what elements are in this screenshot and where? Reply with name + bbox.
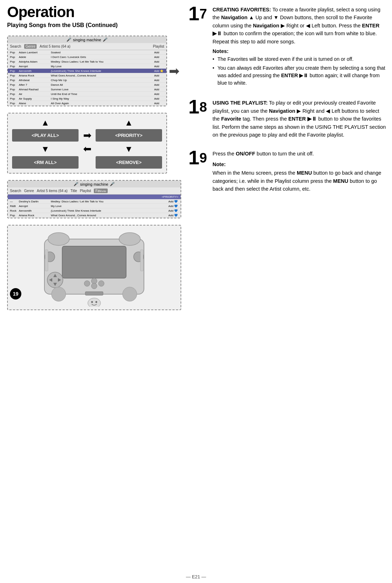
step-17-block: 17 CREATING FAVORITES: To create a favor… [188, 4, 387, 88]
menu-text-1: MENU [297, 170, 312, 176]
table-row: PopAdam LambertSoakedAdd [8, 50, 166, 55]
favorite-text: Favorite [221, 116, 241, 122]
step-17-title: CREATING FAVORITES: [213, 7, 271, 12]
device-illustration-panel: 19 [7, 225, 181, 310]
panel2-controls: ▲ ▲ <PLAY ALL> ➡ <PRIORITY> ▼ ⬅ ▼ <RM AL… [7, 113, 167, 174]
left-column: Operation Playing Songs from the USB (Co… [7, 4, 181, 317]
table-row: PopAlaneAll Over AgainAdd [8, 101, 166, 106]
svg-point-15 [52, 287, 66, 301]
arrow-down-left-icon: ▼ [12, 144, 79, 154]
panel1-header-text: singing machine [73, 38, 101, 42]
svg-point-21 [91, 301, 93, 303]
mic-icon-3: 🎤 [74, 182, 79, 186]
step-17-number: 17 [188, 4, 213, 23]
panel3-searchbar: Search Genre Artist 5 items (64 a) Title… [8, 187, 181, 195]
panel3-wrapper: 🎤 singing machine 🎤 Search Genre Artist … [7, 180, 181, 218]
page-title: Operation [7, 4, 181, 21]
note-text: When in the Menu screen, press the MENU … [213, 169, 387, 193]
step-18-text: USING THE PLAYLIST: To play or edit your… [213, 99, 387, 139]
panel2-wrapper: ▲ ▲ <PLAY ALL> ➡ <PRIORITY> ▼ ⬅ ▼ <RM AL… [7, 113, 181, 174]
tab-title-3[interactable]: Title [70, 189, 77, 193]
panel3-favorite-list: 🎤 singing machine 🎤 Search Genre Artist … [7, 180, 181, 218]
play-all-button[interactable]: <PLAY ALL> [12, 129, 79, 142]
onoff-text: ON/OFF [236, 151, 255, 157]
tab-search[interactable]: Search [10, 44, 21, 48]
table-row: PopAdolpha AdamMedley: Disco Ladies / Le… [8, 59, 166, 64]
table-row: PopAfter 7Dance AllAdd [8, 83, 166, 87]
middle-arrow-left-icon: ⬅ [80, 143, 94, 155]
table-row-highlighted: PopAerosmith(Lovestruck) Think She Knows… [8, 69, 166, 73]
tab-genre[interactable]: Genre [24, 44, 37, 49]
table-row: R&BAerojetMy LoveAdd💙 [8, 204, 181, 208]
panel1-arrow-area: ➡ [167, 36, 181, 106]
mic-icon-4: 🎤 [110, 182, 115, 186]
device-svg [23, 228, 165, 307]
panel1-header: 🎤 singing machine 🎤 [8, 36, 166, 43]
priority-tag: <PRIORITY> [8, 195, 181, 199]
arrow-up-right-icon: ▲ [96, 118, 162, 128]
svg-point-22 [96, 301, 97, 303]
arrow-right-icon: ➡ [169, 64, 179, 79]
fav-song-table: —Destiny's DarlinMedley: Disco Ladies / … [8, 199, 181, 218]
svg-point-16 [123, 287, 137, 301]
rm-all-button[interactable]: <RM ALL> [12, 156, 79, 169]
middle-arrow-right-icon: ➡ [80, 129, 94, 141]
step-18-content: USING THE PLAYLIST: To play or edit your… [213, 99, 387, 139]
table-row: PopAir SupplyI Sing My WayAdd [8, 96, 166, 101]
step-19-block: 19 Press the ON/OFF button to turn the u… [188, 148, 387, 193]
arrow-down-right-icon: ▼ [96, 144, 162, 154]
enter-text-1: ENTER ▶⏸ [213, 23, 380, 36]
step-19-note: Note: When in the Menu screen, press the… [213, 161, 387, 193]
arrow-up-left-icon: ▲ [12, 118, 79, 128]
table-row: PopAdeleI Don't Care / Lovesick GirlsAdd [8, 55, 166, 59]
svg-point-12 [91, 283, 97, 289]
tab-playlist-3[interactable]: Playlist [80, 189, 91, 193]
priority-button[interactable]: <PRIORITY> [96, 129, 162, 142]
svg-rect-3 [62, 246, 126, 278]
nav-text-2: Navigation [253, 23, 279, 28]
step-19-number: 19 [188, 148, 213, 168]
tab-artist[interactable]: Artist 5 items (64 a) [39, 44, 70, 48]
table-row: PopAirUntil the End of TimeAdd [8, 92, 166, 96]
step-19-text: Press the ON/OFF button to turn the unit… [213, 150, 387, 158]
panel4-wrapper: 19 [7, 225, 181, 310]
note-item-1: The Favorites will be stored even if the… [213, 55, 387, 63]
nav-text-3: Navigation [269, 108, 295, 114]
mic-icon-2: 🎤 [103, 37, 108, 42]
svg-rect-17 [85, 292, 103, 295]
page-subtitle: Playing Songs from the USB (Continued) [7, 22, 181, 28]
panel3-header: 🎤 singing machine 🎤 [8, 181, 181, 187]
page-number: — E21 — [186, 574, 206, 579]
table-row: —Destiny's DarlinMedley: Disco Ladies / … [8, 199, 181, 204]
step-18-title: USING THE PLAYLIST: [213, 100, 268, 106]
notes-header: Notes: [213, 48, 387, 54]
panel1-searchbar: Search Genre Artist 5 items (64 a) Playl… [8, 43, 166, 50]
table-row: PopAhmad RashadSummer LoveAdd [8, 87, 166, 92]
enter-text-2: ENTER ▶⏸ [288, 116, 317, 122]
svg-rect-19 [140, 250, 143, 271]
svg-point-2 [119, 233, 140, 245]
table-row: PopAfrobeatChop Me UpAdd [8, 78, 166, 83]
tab-playlist[interactable]: Playlist [153, 44, 164, 48]
badge-19: 19 [10, 288, 21, 300]
step-18-block: 18 USING THE PLAYLIST: To play or edit y… [188, 97, 387, 139]
tab-genre-3[interactable]: Genre [24, 189, 34, 193]
tab-artist-3[interactable]: Artist 5 items (64 a) [37, 189, 68, 193]
panel1-inner: 🎤 singing machine 🎤 Search Genre Artist … [8, 36, 166, 106]
svg-point-11 [98, 281, 104, 286]
tab-favorite-3[interactable]: Favorite [94, 189, 107, 193]
remove-button[interactable]: <REMOVE> [96, 156, 162, 169]
panel1-wrapper: 🎤 singing machine 🎤 Search Genre Artist … [7, 36, 181, 106]
song-table: PopAdam LambertSoakedAdd PopAdeleI Don't… [8, 50, 166, 106]
table-row: PopAriana RockWhat Goes Around...Comes A… [8, 213, 181, 218]
panel3-header-text: singing machine [80, 182, 108, 186]
svg-point-1 [48, 233, 69, 245]
nav-text-1: Navigation [221, 15, 247, 20]
svg-point-9 [84, 281, 90, 286]
svg-rect-18 [45, 250, 48, 271]
table-row: PopAerojetMy LoveAdd [8, 64, 166, 69]
panel1-song-list: 🎤 singing machine 🎤 Search Genre Artist … [7, 36, 167, 106]
mic-icon-1: 🎤 [66, 37, 71, 42]
tab-search-3[interactable]: Search [10, 189, 21, 193]
step-17-content: CREATING FAVORITES: To create a favorite… [213, 6, 387, 88]
